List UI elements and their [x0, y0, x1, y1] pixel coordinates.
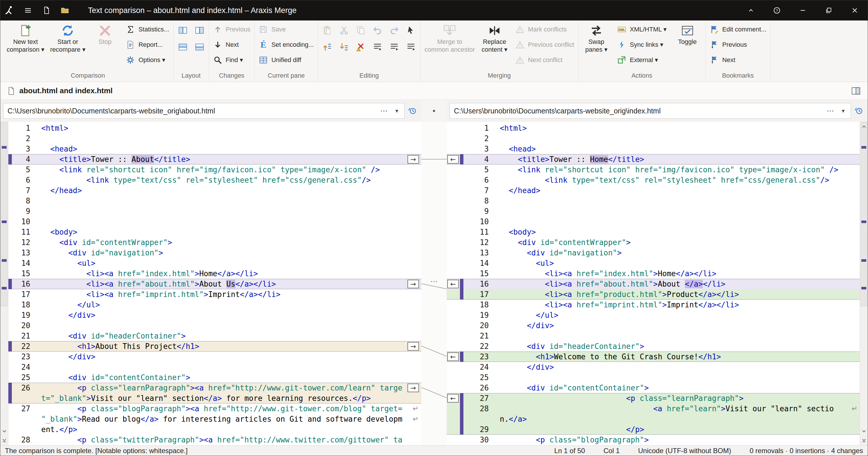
code-row-left-12[interactable]: 12 <div id="contentWrapper"> [8, 237, 421, 248]
code-row-left-26[interactable]: t="_blank">Visit our "learn" section</a>… [8, 393, 421, 403]
close-button[interactable] [842, 0, 868, 21]
layout-two-panes-top-button[interactable] [175, 39, 191, 55]
accept-last-button[interactable] [403, 39, 419, 55]
code-row-left-2[interactable]: 2 [8, 133, 421, 144]
right-overview-strip[interactable] [860, 122, 868, 445]
collapse-ribbon-button[interactable] [738, 0, 764, 21]
code-row-left-21[interactable]: 21 <div id="headerContainer"> [8, 331, 421, 341]
code-row-right-30[interactable]: 30 <p class="blogParagraph"> [447, 435, 860, 445]
code-row-left-25[interactable]: 25 <div id="contentContainer"> [8, 372, 421, 383]
code-row-left-19[interactable]: 19 </div> [8, 310, 421, 320]
code-row-left-1[interactable]: 1<html> [8, 123, 421, 133]
left-path-dropdown-button[interactable]: ▾ [391, 105, 403, 117]
merge-left-button[interactable]: ← [447, 394, 459, 403]
code-row-right-5[interactable]: 5 <link rel="shortcut icon" href="img/fa… [447, 165, 860, 175]
code-row-left-26[interactable]: 26 <p class="learnParagraph"><a href="ht… [8, 383, 421, 393]
left-file-history-button[interactable] [405, 103, 420, 118]
code-row-right-28[interactable]: 28 <a href="learn">Visit our "learn" sec… [447, 403, 860, 414]
left-overview-strip[interactable] [0, 122, 8, 445]
layout-two-panes-right-button[interactable] [191, 22, 208, 38]
options-button[interactable]: Options ▾ [123, 52, 172, 67]
code-row-left-13[interactable]: 13 <div id="navigation"> [8, 248, 421, 258]
merge-left-button[interactable]: ← [447, 352, 459, 361]
next-change-button[interactable]: Next [210, 37, 253, 52]
code-row-right-22[interactable]: 22 <div id="headerContainer"> [447, 341, 860, 351]
new-text-comparison-button[interactable]: New textcomparison ▾ [4, 21, 47, 54]
select-button[interactable] [403, 22, 419, 38]
code-row-right-7[interactable]: 7 </head> [447, 185, 860, 196]
replace-content-button[interactable]: Replacecontent ▾ [478, 21, 511, 54]
xml-html-button[interactable]: XMLXML/HTML ▾ [614, 22, 670, 37]
code-row-left-5[interactable]: 5 <link rel="shortcut icon" href="img/fa… [8, 165, 421, 175]
toggle-button[interactable]: Toggle [671, 21, 704, 46]
code-row-left-22[interactable]: 22 <h1>About This Project</h1>→ [8, 341, 421, 351]
bookmark-next-button[interactable]: Next [707, 52, 769, 67]
start-or-recompare-button[interactable]: Start orrecompare ▾ [47, 21, 88, 54]
code-row-left-6[interactable]: 6 <link type="text/css" rel="stylesheet"… [8, 175, 421, 185]
code-row-left-4[interactable]: 4 <title>Tower :: About</title>→ [8, 154, 421, 165]
merge-left-button[interactable]: ← [447, 155, 459, 164]
code-row-left-27[interactable]: 27 <p class="blogParagraph"><a href="htt… [8, 403, 421, 414]
merge-right-button[interactable]: → [407, 383, 419, 392]
next-conflict-button[interactable]: Next conflict [513, 52, 577, 67]
code-row-right-15[interactable]: 15 <li><a href="index.html">Home</a></li… [447, 268, 860, 279]
report-button[interactable]: Report... [123, 37, 172, 52]
code-row-right-21[interactable]: 21 [447, 331, 860, 341]
code-row-right-3[interactable]: 3 <head> [447, 144, 860, 154]
code-row-right-23[interactable]: 23 <h1>Welcome to the Git Crash Course!<… [447, 351, 860, 362]
code-row-right-1[interactable]: 1<html> [447, 123, 860, 133]
code-row-right-19[interactable]: 19 </ul> [447, 310, 860, 320]
code-row-left-11[interactable]: 11 <body> [8, 227, 421, 237]
code-row-right-14[interactable]: 14 <ul> [447, 258, 860, 268]
layout-two-panes-left-button[interactable] [175, 22, 191, 38]
code-row-right-9[interactable]: 9 [447, 206, 860, 217]
code-row-right-25[interactable]: 25 [447, 372, 860, 383]
minimize-button[interactable] [790, 0, 816, 21]
code-row-right-18[interactable]: 18 <li><a href="imprint.html">Imprint</a… [447, 300, 860, 310]
code-row-right-6[interactable]: 6 <link type="text/css" rel="stylesheet"… [447, 175, 860, 185]
merge-right-button[interactable]: → [407, 342, 419, 351]
code-row-left-27[interactable]: "_blank">Read our blog</a> for interesti… [8, 414, 421, 424]
redo-button[interactable] [386, 22, 402, 38]
code-row-left-20[interactable]: 20 [8, 320, 421, 331]
unified-diff-button[interactable]: Unified diff [256, 52, 317, 67]
left-file-path-field[interactable]: C:\Users\brunobrito\Documents\carparts-w… [3, 103, 405, 119]
next-change-scroll-button[interactable] [860, 427, 868, 435]
swap-panes-button[interactable]: Swappanes ▾ [580, 21, 613, 54]
code-row-right-29[interactable]: 29 </p> [447, 424, 860, 435]
set-encoding-button[interactable]: ÉSet encoding... [256, 37, 317, 52]
left-code-editor[interactable]: 1<html>23 <head>4 <title>Tower :: About<… [8, 122, 421, 445]
code-row-left-28[interactable]: 28 <p class="twitterParagraph"><a href="… [8, 435, 421, 445]
sync-links-button[interactable]: Sync links ▾ [614, 37, 670, 52]
stop-button[interactable]: Stop [88, 21, 122, 54]
external-button[interactable]: External ▾ [614, 52, 670, 67]
code-row-right-27[interactable]: 27 <p class="learnParagraph">← [447, 393, 860, 403]
code-row-right-10[interactable]: 10 [447, 217, 860, 227]
code-row-right-12[interactable]: 12 <div id="contentWrapper"> [447, 237, 860, 248]
code-row-left-18[interactable]: 18 </ul> [8, 300, 421, 310]
layout-two-panes-bottom-button[interactable] [191, 39, 208, 55]
copy-button[interactable] [353, 22, 369, 38]
code-row-left-8[interactable]: 8 [8, 196, 421, 206]
merge-left-button[interactable]: ← [447, 280, 459, 288]
code-row-left-9[interactable]: 9 [8, 206, 421, 217]
code-row-right-26[interactable]: 26 <div id="contentContainer"> [447, 383, 860, 393]
code-row-left-3[interactable]: 3 <head> [8, 144, 421, 154]
last-change-scroll-button[interactable] [860, 436, 868, 445]
code-row-right-11[interactable]: 11 <body> [447, 227, 860, 237]
code-row-left-15[interactable]: 15 <li><a href="index.html">Home</a></li… [8, 268, 421, 279]
code-row-right-20[interactable]: 20 </div> [447, 320, 860, 331]
code-row-left-10[interactable]: 10 [8, 217, 421, 227]
code-row-right-17[interactable]: 17 <li><a href="product.html">Product</a… [447, 289, 860, 300]
code-row-right-4[interactable]: 4 <title>Tower :: Home</title>← [447, 154, 860, 165]
code-row-left-16[interactable]: 16 <li><a href="about.html">About Us</a>… [8, 279, 421, 289]
right-path-menu-button[interactable]: ⋯ [824, 105, 837, 117]
paste-button[interactable] [319, 22, 335, 38]
open-folder-button[interactable] [56, 0, 74, 21]
tab-comparison[interactable]: about.html and index.html [4, 82, 115, 99]
scrollbar-thumb[interactable] [1, 122, 7, 306]
code-row-left-24[interactable]: 24 [8, 362, 421, 372]
scrollbar-thumb[interactable] [861, 122, 867, 306]
previous-change-button[interactable]: Previous [210, 22, 253, 37]
save-button[interactable]: Save [256, 22, 317, 37]
